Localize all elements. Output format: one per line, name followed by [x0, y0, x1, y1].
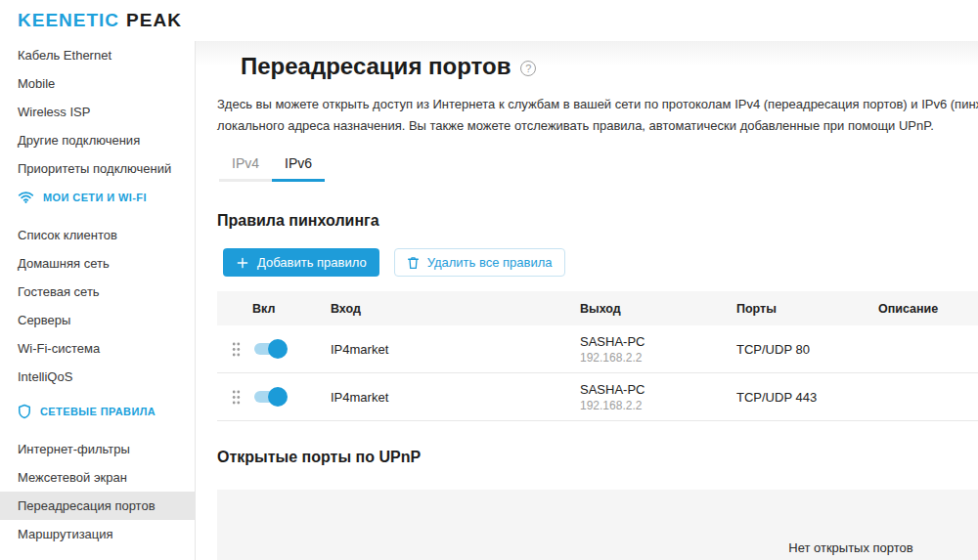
- tab-ipv4[interactable]: IPv4: [219, 150, 272, 182]
- sidebar-item-guest-network[interactable]: Гостевая сеть: [0, 278, 195, 306]
- sidebar-item-mobile[interactable]: Mobile: [0, 69, 195, 98]
- sidebar-item-internet-filters[interactable]: Интернет-фильтры: [0, 435, 195, 463]
- keenetic-logo: KEENETIC PEAK: [18, 10, 182, 31]
- drag-handle-icon[interactable]: [217, 390, 252, 405]
- drag-handle-icon[interactable]: [217, 342, 252, 357]
- col-header-enabled: Вкл: [252, 302, 331, 316]
- sidebar-item-firewall[interactable]: Межсетевой экран: [0, 463, 195, 492]
- rule-input: IP4market: [331, 342, 580, 357]
- rule-output-ip: 192.168.2.2: [580, 350, 736, 366]
- shield-icon: [18, 404, 31, 419]
- sidebar-section-network-rules: СЕТЕВЫЕ ПРАВИЛА: [0, 397, 195, 425]
- rule-output-host: SASHA-PC: [580, 333, 736, 350]
- sidebar-item-other-connections[interactable]: Другие подключения: [0, 126, 195, 154]
- tab-ipv6[interactable]: IPv6: [272, 150, 325, 182]
- pinhole-rules-table: Вкл Вход Выход Порты Описание: [217, 291, 978, 421]
- sidebar-item-servers[interactable]: Серверы: [0, 306, 195, 334]
- add-rule-label: Добавить правило: [257, 255, 367, 270]
- plus-icon: [236, 256, 249, 270]
- rule-ports: TCP/UDP 443: [736, 390, 878, 405]
- table-row: IP4market SASHA-PC 192.168.2.2 TCP/UDP 8…: [217, 325, 978, 373]
- sidebar-item-connection-priorities[interactable]: Приоритеты подключений: [0, 154, 195, 183]
- rule-input: IP4market: [331, 390, 580, 405]
- page-description: Здесь вы можете открыть доступ из Интерн…: [217, 94, 978, 137]
- upnp-heading: Открытые порты по UPnP: [217, 449, 978, 466]
- sidebar-item-intelliqos[interactable]: IntelliQoS: [0, 363, 195, 391]
- pinhole-rules-heading: Правила пинхолинга: [217, 212, 978, 230]
- upnp-empty-state: Нет открытых портов: [217, 490, 978, 560]
- col-header-description: Описание: [878, 302, 978, 316]
- sidebar-section-label: СЕТЕВЫЕ ПРАВИЛА: [40, 406, 156, 417]
- rule-enabled-toggle[interactable]: [252, 387, 288, 407]
- protocol-tabs: IPv4 IPv6: [219, 150, 978, 182]
- description-line-1: Здесь вы можете открыть доступ из Интерн…: [217, 94, 978, 115]
- rule-output-ip: 192.168.2.2: [580, 398, 736, 413]
- col-header-output: Выход: [580, 302, 736, 316]
- sidebar-item-wireless-isp[interactable]: Wireless ISP: [0, 98, 195, 126]
- rule-ports: TCP/UDP 80: [736, 342, 878, 357]
- sidebar-nav: Кабель Ethernet Mobile Wireless ISP Друг…: [0, 41, 196, 560]
- sidebar-item-client-list[interactable]: Список клиентов: [0, 221, 195, 249]
- description-line-2: локального адреса назначения. Вы также м…: [217, 115, 978, 137]
- col-header-input: Вход: [331, 302, 580, 316]
- add-rule-button[interactable]: Добавить правило: [223, 248, 379, 277]
- sidebar-item-cable-ethernet[interactable]: Кабель Ethernet: [0, 41, 195, 69]
- top-header: KEENETIC PEAK: [0, 0, 978, 41]
- sidebar-item-wifi-system[interactable]: Wi-Fi-система: [0, 334, 195, 363]
- table-row: IP4market SASHA-PC 192.168.2.2 TCP/UDP 4…: [217, 373, 978, 421]
- table-header: Вкл Вход Выход Порты Описание: [217, 291, 978, 325]
- wifi-icon: [18, 191, 34, 203]
- delete-all-rules-label: Удалить все правила: [427, 255, 553, 270]
- sidebar-item-home-network[interactable]: Домашняя сеть: [0, 249, 195, 278]
- delete-all-rules-button[interactable]: Удалить все правила: [394, 248, 565, 277]
- logo-brand: KEENETIC: [18, 10, 119, 31]
- upnp-empty-text: Нет открытых портов: [788, 540, 912, 555]
- sidebar-section-my-networks: МОИ СЕТИ И WI-FI: [0, 183, 195, 211]
- main-content: Переадресация портов ? Здесь вы можете о…: [196, 41, 978, 560]
- sidebar-item-port-forwarding[interactable]: Переадресация портов: [0, 492, 195, 520]
- col-header-ports: Порты: [736, 302, 878, 316]
- sidebar-item-routing[interactable]: Маршрутизация: [0, 520, 195, 548]
- logo-model: PEAK: [126, 10, 182, 31]
- sidebar-section-label: МОИ СЕТИ И WI-FI: [43, 192, 147, 203]
- help-icon[interactable]: ?: [520, 61, 536, 76]
- rule-enabled-toggle[interactable]: [252, 339, 288, 359]
- rule-output-host: SASHA-PC: [580, 381, 736, 398]
- page-title: Переадресация портов: [241, 54, 511, 79]
- trash-icon: [407, 256, 420, 270]
